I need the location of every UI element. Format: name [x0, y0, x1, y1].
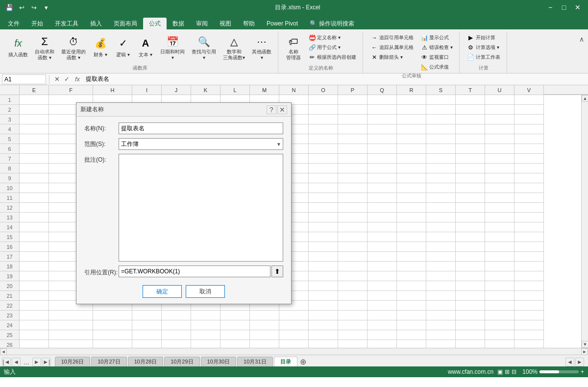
grid-cell[interactable]	[485, 232, 514, 242]
tab-view[interactable]: 视图	[214, 18, 237, 29]
grid-cell[interactable]	[426, 213, 456, 222]
tab-data[interactable]: 数据	[167, 18, 190, 29]
grid-cell[interactable]	[368, 105, 397, 115]
grid-cell[interactable]	[338, 95, 368, 105]
grid-cell[interactable]	[485, 124, 514, 134]
trace-precedents-btn[interactable]: → 追踪引用单元格	[368, 33, 416, 42]
grid-cell[interactable]	[309, 134, 338, 144]
grid-cell[interactable]	[514, 154, 544, 164]
grid-cell[interactable]	[514, 252, 544, 262]
sheet-tab-index[interactable]: 目录	[274, 357, 297, 366]
grid-cell[interactable]	[20, 242, 49, 252]
grid-cell[interactable]	[368, 262, 397, 271]
sheet-nav-first-btn[interactable]: |◄	[2, 358, 11, 366]
grid-cell[interactable]	[20, 320, 49, 330]
grid-cell[interactable]	[485, 301, 514, 311]
col-header-R[interactable]: R	[397, 85, 426, 95]
grid-cell[interactable]	[338, 164, 368, 173]
grid-cell[interactable]	[456, 154, 485, 164]
grid-cell[interactable]	[426, 311, 456, 320]
grid-cell[interactable]	[456, 291, 485, 301]
grid-cell[interactable]	[309, 173, 338, 183]
grid-cell[interactable]	[514, 115, 544, 124]
grid-cell[interactable]	[368, 115, 397, 124]
grid-cell[interactable]	[309, 281, 338, 291]
scroll-right-btn[interactable]: ►	[581, 348, 588, 355]
col-header-M[interactable]: M	[250, 85, 279, 95]
grid-cell[interactable]	[426, 164, 456, 173]
grid-cell[interactable]	[368, 311, 397, 320]
logical-btn[interactable]: ✓ 逻辑 ▾	[113, 33, 133, 63]
grid-cell[interactable]	[514, 164, 544, 173]
grid-cell[interactable]	[485, 281, 514, 291]
col-header-P[interactable]: P	[338, 85, 368, 95]
grid-cell[interactable]	[338, 105, 368, 115]
grid-cell[interactable]	[426, 340, 456, 348]
vertical-scrollbar[interactable]: ▲ ▼	[581, 95, 588, 348]
grid-cell[interactable]	[485, 330, 514, 340]
sheet-nav-prev-btn[interactable]: ◄	[12, 358, 21, 366]
grid-cell[interactable]	[250, 340, 279, 348]
grid-cell[interactable]	[485, 311, 514, 320]
grid-cell[interactable]	[397, 203, 426, 213]
grid-cell[interactable]	[426, 193, 456, 203]
grid-cell[interactable]	[514, 203, 544, 213]
col-header-H[interactable]: H	[93, 85, 132, 95]
grid-cell[interactable]	[485, 164, 514, 173]
grid-cell[interactable]	[309, 232, 338, 242]
text-btn[interactable]: A 文本 ▾	[135, 33, 156, 63]
grid-cell[interactable]	[49, 340, 93, 348]
grid-cell[interactable]	[20, 193, 49, 203]
grid-cell[interactable]	[20, 144, 49, 154]
grid-cell[interactable]	[426, 115, 456, 124]
lookup-btn[interactable]: 🔍 查找与引用▾	[189, 33, 219, 63]
redo-quick-btn[interactable]: ↪	[28, 2, 39, 13]
scroll-track-v[interactable]	[582, 102, 588, 341]
grid-cell[interactable]	[456, 213, 485, 222]
grid-cell[interactable]	[20, 115, 49, 124]
grid-cell[interactable]	[485, 340, 514, 348]
grid-cell[interactable]	[426, 301, 456, 311]
grid-cell[interactable]	[338, 183, 368, 193]
formula-input[interactable]	[84, 74, 586, 84]
sheet-tab-oct31[interactable]: 10月31日	[237, 357, 272, 366]
page-layout-view-btn[interactable]: ⊞	[505, 368, 510, 375]
grid-cell[interactable]	[426, 173, 456, 183]
grid-cell[interactable]	[279, 340, 309, 348]
grid-cell[interactable]	[309, 124, 338, 134]
evaluate-formula-btn[interactable]: 📐 公式求值	[418, 63, 455, 72]
grid-cell[interactable]	[514, 242, 544, 252]
grid-cell[interactable]	[338, 271, 368, 281]
grid-cell[interactable]	[426, 154, 456, 164]
grid-cell[interactable]	[514, 144, 544, 154]
collapse-ribbon-btn[interactable]: ∧	[577, 33, 586, 45]
grid-cell[interactable]	[309, 242, 338, 252]
grid-cell[interactable]	[309, 193, 338, 203]
grid-cell[interactable]	[397, 105, 426, 115]
sheet-tab-oct26[interactable]: 10月26日	[55, 357, 90, 366]
grid-cell[interactable]	[426, 134, 456, 144]
grid-cell[interactable]	[426, 124, 456, 134]
grid-cell[interactable]	[49, 330, 93, 340]
save-quick-btn[interactable]: 💾	[4, 2, 15, 13]
grid-cell[interactable]	[456, 330, 485, 340]
grid-cell[interactable]	[338, 311, 368, 320]
grid-cell[interactable]	[485, 242, 514, 252]
calculation-options-btn[interactable]: ⚙ 计算选项 ▾	[465, 43, 503, 52]
grid-cell[interactable]	[368, 213, 397, 222]
grid-cell[interactable]	[338, 291, 368, 301]
grid-cell[interactable]	[456, 105, 485, 115]
horizontal-scrollbar[interactable]: ◄ ►	[0, 348, 588, 355]
grid-cell[interactable]	[485, 262, 514, 271]
grid-cell[interactable]	[456, 252, 485, 262]
col-header-U[interactable]: U	[485, 85, 514, 95]
grid-cell[interactable]	[309, 320, 338, 330]
grid-cell[interactable]	[309, 154, 338, 164]
grid-cell[interactable]	[426, 271, 456, 281]
grid-cell[interactable]	[20, 95, 49, 105]
grid-cell[interactable]	[397, 311, 426, 320]
grid-cell[interactable]	[338, 242, 368, 252]
grid-cell[interactable]	[338, 124, 368, 134]
grid-cell[interactable]	[456, 134, 485, 144]
close-btn[interactable]: ✕	[571, 2, 584, 12]
